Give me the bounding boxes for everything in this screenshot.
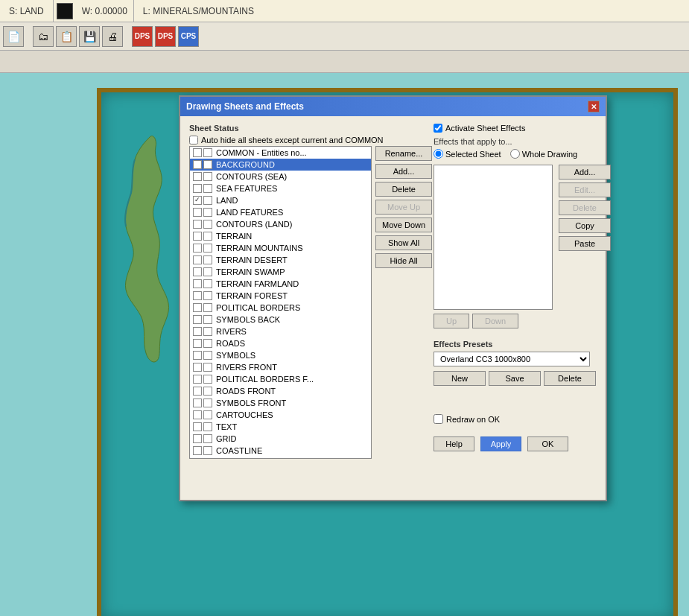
sheet-checkbox-2[interactable] — [203, 434, 212, 443]
sheet-list-item[interactable]: POLITICAL BORDERS F... — [190, 373, 371, 385]
effects-copy-button[interactable]: Copy — [559, 218, 611, 233]
add-sheet-button[interactable]: Add... — [375, 164, 432, 179]
preset-save-button[interactable]: Save — [489, 371, 541, 386]
sheet-checkbox-2[interactable] — [203, 172, 212, 181]
sheet-checkbox-2[interactable] — [203, 184, 212, 193]
sheet-checkbox-1[interactable] — [193, 279, 202, 288]
tb-close-btn[interactable]: 📋 — [56, 26, 77, 47]
sheet-checkbox-2[interactable] — [203, 339, 212, 348]
sheet-list-item[interactable]: CONTOURS (LAND) — [190, 218, 371, 230]
sheet-checkbox-1[interactable] — [193, 303, 202, 312]
radio-whole-drawing[interactable]: Whole Drawing — [510, 149, 578, 159]
move-up-button[interactable]: Move Up — [375, 200, 432, 215]
tb-btn1[interactable]: DPS — [132, 26, 153, 47]
sheet-list-item[interactable]: BACKGROUND — [190, 159, 371, 171]
sheet-checkbox-2[interactable] — [203, 399, 212, 407]
sheet-checkbox-1[interactable] — [193, 339, 202, 348]
sheet-checkbox-2[interactable] — [203, 351, 212, 360]
sheet-checkbox-1[interactable] — [193, 410, 202, 419]
sheet-list[interactable]: COMMON - Entities no...BACKGROUNDCONTOUR… — [189, 146, 372, 459]
sheet-list-item[interactable]: ROADS FRONT — [190, 385, 371, 397]
sheet-checkbox-1[interactable] — [193, 220, 202, 229]
help-button[interactable]: Help — [434, 436, 474, 451]
sheet-checkbox-1[interactable] — [193, 160, 202, 169]
sheet-list-item[interactable]: ROADS — [190, 337, 371, 349]
effects-paste-button[interactable]: Paste — [559, 236, 611, 251]
tb-btn2[interactable]: DPS — [155, 26, 176, 47]
sheet-list-item[interactable]: TERRAIN DESERT — [190, 254, 371, 266]
sheet-checkbox-1[interactable] — [193, 399, 202, 407]
effects-list[interactable] — [434, 165, 553, 310]
sheet-list-item[interactable]: SYMBOLS BACK — [190, 314, 371, 326]
preset-dropdown[interactable]: Overland CC3 1000x800 City CC3 Dungeon C… — [434, 352, 590, 366]
sheet-checkbox-2[interactable] — [203, 196, 212, 205]
sheet-list-item[interactable]: SYMBOLS FRONT — [190, 397, 371, 409]
sheet-list-item[interactable]: RIVERS FRONT — [190, 361, 371, 373]
sheet-checkbox-1[interactable] — [193, 363, 202, 372]
sheet-list-item[interactable]: COASTLINE — [190, 445, 371, 457]
redraw-checkbox[interactable] — [434, 414, 443, 424]
sheet-list-item[interactable]: COMMON - Entities no... — [190, 147, 371, 159]
sheet-checkbox-2[interactable] — [203, 232, 212, 241]
sheet-checkbox-2[interactable] — [203, 244, 212, 253]
effects-down-button[interactable]: Down — [472, 314, 518, 328]
sheet-checkbox-2[interactable] — [203, 363, 212, 372]
sheet-checkbox-1[interactable] — [193, 351, 202, 360]
sheet-checkbox-1[interactable] — [193, 208, 202, 217]
sheet-checkbox-2[interactable] — [203, 267, 212, 276]
sheet-checkbox-1[interactable] — [193, 375, 202, 384]
effects-up-button[interactable]: Up — [434, 314, 469, 328]
radio-whole-input[interactable] — [510, 149, 520, 159]
sheet-checkbox-1[interactable] — [193, 387, 202, 396]
sheet-checkbox-1[interactable] — [193, 148, 202, 157]
sheet-list-item[interactable]: TERRAIN — [190, 230, 371, 242]
sheet-list-item[interactable]: CONTOURS (SEA) — [190, 171, 371, 182]
sheet-checkbox-1[interactable] — [193, 172, 202, 181]
rename-button[interactable]: Rename... — [375, 146, 432, 161]
sheet-list-item[interactable]: RIVERS — [190, 326, 371, 337]
sheet-checkbox-2[interactable] — [203, 160, 212, 169]
tb-open-btn[interactable]: 🗂 — [33, 26, 54, 47]
show-all-button[interactable]: Show All — [375, 235, 432, 250]
sheet-list-item[interactable]: SYMBOLS — [190, 349, 371, 361]
sheet-checkbox-2[interactable] — [203, 279, 212, 288]
sheet-list-item[interactable]: GRID — [190, 433, 371, 445]
sheet-checkbox-1[interactable] — [193, 291, 202, 300]
tb-print-btn[interactable]: 🖨 — [102, 26, 123, 47]
sheet-list-item[interactable]: TERRAIN MOUNTAINS — [190, 242, 371, 254]
sheet-checkbox-1[interactable] — [193, 446, 202, 455]
ok-button[interactable]: OK — [527, 436, 568, 451]
sheet-checkbox-1[interactable] — [193, 196, 202, 205]
sheet-checkbox-1[interactable] — [193, 232, 202, 241]
tb-new-btn[interactable]: 📄 — [3, 26, 24, 47]
sheet-list-item[interactable]: CARTOUCHES — [190, 409, 371, 421]
sheet-checkbox-1[interactable] — [193, 244, 202, 253]
sheet-list-item[interactable]: LAND FEATURES — [190, 206, 371, 218]
sheet-list-item[interactable]: LAND — [190, 194, 371, 206]
sheet-checkbox-2[interactable] — [203, 208, 212, 217]
sheet-checkbox-1[interactable] — [193, 422, 202, 431]
sheet-list-item[interactable]: TEXT — [190, 421, 371, 433]
sheet-checkbox-1[interactable] — [193, 327, 202, 336]
sheet-checkbox-2[interactable] — [203, 375, 212, 384]
hide-all-button[interactable]: Hide All — [375, 253, 432, 268]
preset-new-button[interactable]: New — [434, 371, 486, 386]
effects-edit-button[interactable]: Edit... — [559, 182, 611, 197]
sheet-checkbox-2[interactable] — [203, 446, 212, 455]
sheet-checkbox-2[interactable] — [203, 387, 212, 396]
autohide-checkbox[interactable] — [189, 136, 198, 145]
sheet-checkbox-2[interactable] — [203, 220, 212, 229]
sheet-list-item[interactable]: TERRAIN FARMLAND — [190, 278, 371, 290]
delete-sheet-button[interactable]: Delete — [375, 182, 432, 197]
move-down-button[interactable]: Move Down — [375, 217, 432, 232]
sheet-list-item[interactable]: TERRAIN FOREST — [190, 290, 371, 302]
sheet-checkbox-1[interactable] — [193, 434, 202, 443]
tb-save-btn[interactable]: 💾 — [79, 26, 100, 47]
sheet-list-item[interactable]: TERRAIN SWAMP — [190, 266, 371, 278]
sheet-list-item[interactable]: POLITICAL BORDERS — [190, 302, 371, 314]
sheet-list-item[interactable]: SEA FEATURES — [190, 182, 371, 194]
sheet-checkbox-1[interactable] — [193, 267, 202, 276]
sheet-checkbox-1[interactable] — [193, 315, 202, 324]
sheet-checkbox-2[interactable] — [203, 255, 212, 264]
sheet-checkbox-2[interactable] — [203, 291, 212, 300]
